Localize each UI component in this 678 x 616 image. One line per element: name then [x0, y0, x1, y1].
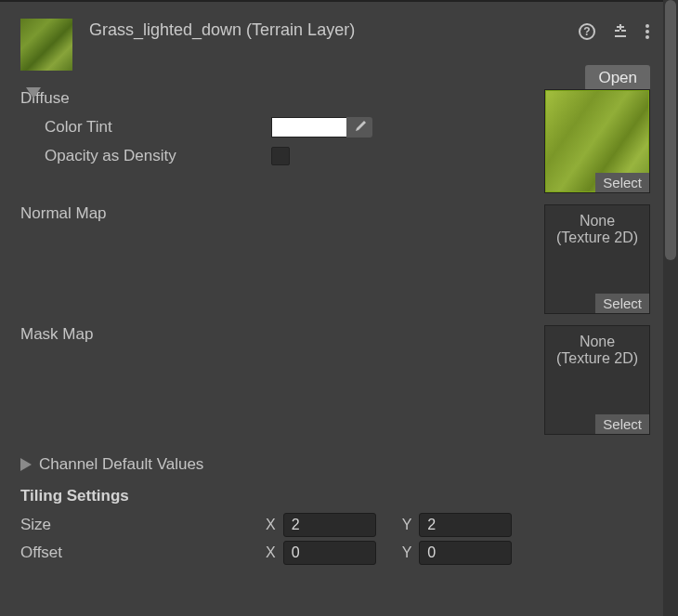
normal-map-select-button[interactable]: Select — [595, 294, 649, 313]
svg-marker-11 — [20, 458, 32, 471]
mask-map-section: Mask Map None (Texture 2D) Select — [20, 325, 650, 435]
asset-header: Grass_lighted_down (Terrain Layer) ? Ope… — [0, 2, 663, 76]
help-icon[interactable]: ? — [578, 22, 596, 41]
channel-defaults-foldout[interactable]: Channel Default Values — [20, 455, 650, 474]
diffuse-section: Diffuse Color Tint Opacity as Density Se… — [20, 89, 650, 193]
offset-label: Offset — [20, 544, 266, 562]
svg-rect-3 — [621, 30, 626, 32]
color-tint-label: Color Tint — [20, 118, 271, 137]
tiling-settings-heading: Tiling Settings — [20, 487, 650, 505]
channel-defaults-label: Channel Default Values — [39, 455, 203, 474]
diffuse-texture-slot[interactable]: Select — [544, 89, 650, 193]
svg-point-9 — [645, 35, 649, 39]
mask-map-label: Mask Map — [20, 325, 533, 344]
offset-row: Offset X Y — [20, 541, 650, 565]
svg-rect-5 — [617, 26, 624, 28]
offset-y-input[interactable] — [419, 541, 512, 565]
diffuse-select-button[interactable]: Select — [595, 173, 649, 192]
preset-icon[interactable] — [611, 22, 630, 41]
size-label: Size — [20, 516, 266, 534]
svg-point-7 — [645, 24, 649, 28]
foldout-arrow-icon — [20, 458, 32, 471]
size-y-label: Y — [402, 517, 412, 533]
asset-thumbnail — [20, 19, 72, 71]
size-x-input[interactable] — [283, 513, 376, 537]
size-row: Size X Y — [20, 513, 650, 537]
expand-toggle-icon[interactable] — [26, 85, 41, 102]
asset-title: Grass_lighted_down (Terrain Layer) — [89, 19, 578, 40]
offset-y-label: Y — [402, 544, 412, 561]
eyedropper-icon[interactable] — [346, 117, 372, 138]
offset-x-input[interactable] — [283, 541, 376, 565]
inspector-panel: Grass_lighted_down (Terrain Layer) ? Ope… — [0, 0, 663, 616]
diffuse-label: Diffuse — [20, 89, 533, 108]
size-x-label: X — [266, 517, 276, 533]
mask-map-texture-slot[interactable]: None (Texture 2D) Select — [544, 325, 650, 435]
svg-rect-6 — [615, 35, 626, 37]
svg-point-8 — [645, 30, 649, 33]
svg-rect-2 — [615, 30, 619, 32]
menu-icon[interactable] — [645, 22, 650, 41]
svg-marker-10 — [26, 87, 41, 98]
vertical-scrollbar[interactable] — [663, 0, 678, 616]
mask-map-select-button[interactable]: Select — [595, 414, 649, 434]
size-y-input[interactable] — [419, 513, 512, 537]
svg-text:?: ? — [583, 25, 590, 38]
offset-x-label: X — [266, 544, 276, 561]
opacity-density-checkbox[interactable] — [271, 147, 290, 165]
scrollbar-thumb[interactable] — [665, 0, 676, 260]
normal-map-texture-slot[interactable]: None (Texture 2D) Select — [544, 204, 650, 314]
opacity-density-label: Opacity as Density — [20, 147, 271, 165]
color-tint-swatch[interactable] — [271, 117, 347, 138]
normal-map-section: Normal Map None (Texture 2D) Select — [20, 204, 650, 314]
normal-map-label: Normal Map — [20, 204, 533, 223]
open-button[interactable]: Open — [585, 65, 650, 91]
